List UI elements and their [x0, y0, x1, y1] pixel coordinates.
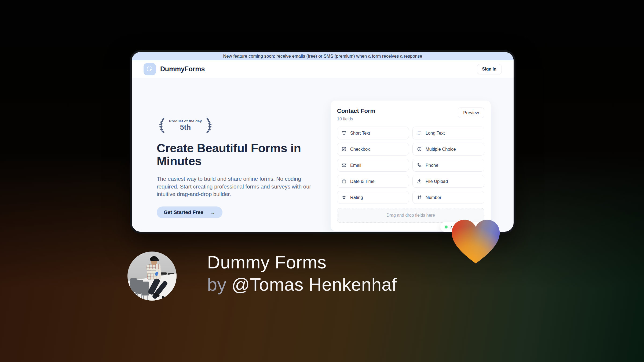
checkbox-icon — [341, 146, 347, 152]
field-tile-checkbox[interactable]: Checkbox — [337, 143, 409, 156]
ceiling-light — [130, 257, 132, 260]
promo-canvas: New feature coming soon: receive emails … — [0, 0, 644, 362]
phone-icon — [417, 162, 422, 168]
field-label: Long Text — [426, 131, 445, 136]
brand: DummyForms — [144, 63, 205, 75]
announcement-banner: New feature coming soon: receive emails … — [132, 52, 514, 60]
award-rank: 5th — [169, 123, 202, 132]
field-tile-number[interactable]: Number — [412, 191, 484, 204]
field-label: Short Text — [350, 131, 370, 136]
star-icon — [341, 195, 347, 200]
caption-author-line: by @Tomas Henkenhaf — [207, 274, 397, 294]
chair — [142, 282, 149, 295]
laurel-left-icon — [157, 117, 166, 134]
hero-title: Create Beautiful Forms in Minutes — [157, 142, 303, 168]
caption-by: by — [207, 274, 232, 294]
app-body: Product of the day 5th — [132, 78, 514, 234]
form-title: Contact Form — [337, 108, 375, 114]
field-label: Date & Time — [350, 179, 375, 184]
hero-section: Product of the day 5th — [157, 117, 314, 218]
form-builder-card: Contact Form 10 fields Preview Short Tex… — [331, 101, 491, 231]
field-tile-date-time[interactable]: Date & Time — [337, 175, 409, 188]
caption-author-handle: @Tomas Henkenhaf — [232, 274, 397, 294]
field-label: Email — [350, 163, 361, 168]
field-type-grid: Short Text Long Text — [337, 127, 484, 204]
caption: Dummy Forms by @Tomas Henkenhaf — [207, 252, 397, 294]
cursor-dashed-square-icon — [146, 66, 153, 73]
laurel-right-icon — [204, 117, 214, 134]
product-of-the-day-badge: Product of the day 5th — [157, 117, 314, 134]
green-dot-icon — [445, 226, 448, 228]
lines-icon — [417, 130, 422, 136]
form-field-count: 10 fields — [337, 117, 375, 121]
field-tile-long-text[interactable]: Long Text — [412, 127, 484, 139]
upload-icon — [417, 179, 422, 184]
get-started-button[interactable]: Get Started Free → — [157, 206, 222, 218]
builder-header: Contact Form 10 fields Preview — [337, 108, 484, 121]
brand-name: DummyForms — [160, 65, 205, 73]
cta-label: Get Started Free — [164, 209, 203, 215]
caption-product-name: Dummy Forms — [207, 252, 397, 272]
field-tile-file-upload[interactable]: File Upload — [412, 175, 484, 188]
sign-in-button[interactable]: Sign In — [477, 64, 502, 74]
hero-description: The easiest way to build and share onlin… — [157, 175, 312, 198]
founder-avatar — [127, 252, 177, 301]
radio-icon — [417, 146, 422, 152]
person-shirt — [147, 264, 161, 280]
builder-titles: Contact Form 10 fields — [337, 108, 375, 121]
ceiling-light — [133, 254, 137, 257]
app-header: DummyForms Sign In — [132, 60, 514, 78]
ceiling-light — [139, 252, 142, 255]
field-label: Checkbox — [350, 147, 370, 152]
field-label: Rating — [350, 195, 363, 200]
field-tile-rating[interactable]: Rating — [337, 191, 409, 204]
announcement-text: New feature coming soon: receive emails … — [223, 54, 422, 59]
text-icon — [341, 130, 347, 136]
award-text: Product of the day 5th — [169, 119, 202, 132]
app-window: New feature coming soon: receive emails … — [130, 50, 515, 234]
preview-button[interactable]: Preview — [458, 108, 484, 118]
hash-icon — [417, 195, 422, 200]
gradient-heart-icon — [450, 217, 502, 266]
field-tile-multiple-choice[interactable]: Multiple Choice — [412, 143, 484, 156]
award-title: Product of the day — [169, 119, 202, 123]
dropzone-text: Drag and drop fields here — [386, 213, 435, 218]
field-label: Multiple Choice — [426, 147, 456, 152]
calendar-icon — [341, 179, 347, 184]
arrow-right-icon: → — [210, 209, 215, 216]
field-tile-short-text[interactable]: Short Text — [337, 127, 409, 139]
app-logo — [144, 63, 156, 75]
field-label: Number — [426, 195, 441, 200]
field-tile-phone[interactable]: Phone — [412, 159, 484, 172]
field-label: File Upload — [426, 179, 448, 184]
field-label: Phone — [426, 163, 438, 168]
envelope-icon — [341, 162, 347, 168]
field-tile-email[interactable]: Email — [337, 159, 409, 172]
